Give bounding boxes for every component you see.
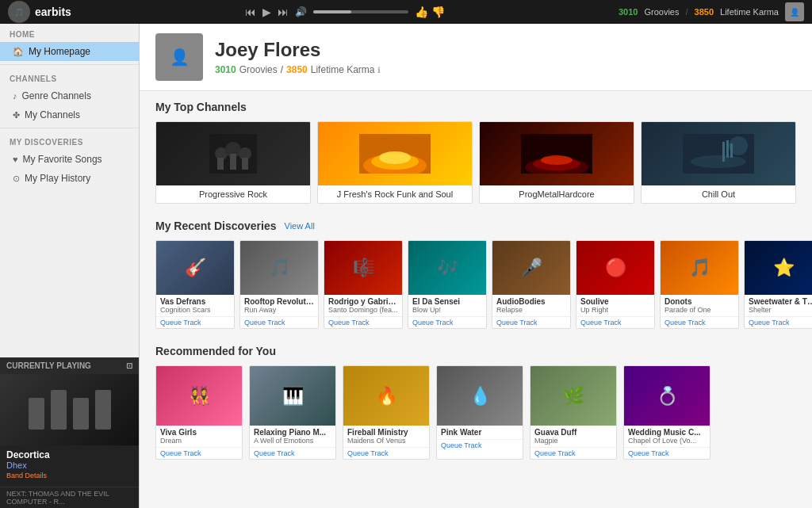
main-layout: HOME 🏠 My Homepage CHANNELS ♪ Genre Chan… bbox=[0, 24, 812, 508]
rec-queue-3[interactable]: Queue Track bbox=[437, 439, 523, 451]
rec-info-3: Pink Water bbox=[437, 426, 523, 439]
disc-card-6[interactable]: 🎵 Donots Parade of One Queue Track bbox=[660, 240, 739, 329]
rec-song-2: Maidens Of Venus bbox=[347, 437, 425, 445]
rec-queue-1[interactable]: Queue Track bbox=[250, 447, 335, 459]
discoveries-title: My Recent Discoveries View All bbox=[155, 220, 796, 232]
svg-rect-19 bbox=[726, 140, 729, 158]
next-button[interactable]: ⏭ bbox=[278, 6, 289, 18]
disc-image-0: 🎸 bbox=[156, 241, 234, 295]
disc-artist-0: Vas Defrans bbox=[160, 297, 230, 306]
currently-playing-panel: CURRENTLY PLAYING ⊡ Decortica Dhex Band … bbox=[0, 357, 139, 508]
view-all-link[interactable]: View All bbox=[285, 221, 315, 231]
sidebar-item-homepage[interactable]: 🏠 My Homepage bbox=[0, 42, 139, 61]
channel-card-2[interactable]: ProgMetalHardcore bbox=[479, 121, 634, 204]
progress-bar[interactable] bbox=[313, 10, 408, 13]
player-controls: ⏮ ▶ ⏭ 🔊 👍 👎 bbox=[245, 6, 445, 18]
rec-queue-5[interactable]: Queue Track bbox=[624, 447, 710, 459]
profile-groovies-label: Groovies bbox=[239, 64, 278, 75]
disc-queue-4[interactable]: Queue Track bbox=[492, 316, 570, 328]
disc-queue-6[interactable]: Queue Track bbox=[661, 316, 738, 328]
sidebar-item-homepage-label: My Homepage bbox=[29, 46, 90, 57]
cp-band-name[interactable]: Dhex bbox=[6, 460, 132, 470]
channel-image-3 bbox=[642, 122, 795, 185]
play-button[interactable]: ▶ bbox=[262, 6, 271, 18]
disc-song-7: Shelter bbox=[749, 306, 812, 314]
disc-song-1: Run Away bbox=[244, 306, 314, 314]
person-4 bbox=[95, 390, 111, 430]
disc-queue-2[interactable]: Queue Track bbox=[324, 316, 402, 328]
rec-song-5: Chapel Of Love (Vo... bbox=[628, 437, 706, 445]
rec-queue-2[interactable]: Queue Track bbox=[343, 447, 429, 459]
sidebar-item-genre-channels-label: Genre Channels bbox=[22, 90, 91, 101]
thumbs-up-button[interactable]: 👍 bbox=[415, 6, 428, 18]
rating-controls: 👍 👎 bbox=[415, 6, 445, 18]
band-details-link[interactable]: Band Details bbox=[6, 472, 132, 479]
rec-card-2[interactable]: 🔥 Fireball Ministry Maidens Of Venus Que… bbox=[343, 365, 430, 460]
cp-minimize-icon[interactable]: ⊡ bbox=[126, 361, 132, 370]
channel-card-1[interactable]: J Fresh's Rock Funk and Soul bbox=[317, 121, 473, 204]
rec-image-1: 🎹 bbox=[250, 366, 335, 426]
thumbs-down-button[interactable]: 👎 bbox=[431, 6, 445, 18]
person-2 bbox=[51, 390, 67, 430]
disc-queue-1[interactable]: Queue Track bbox=[240, 316, 318, 328]
channel-card-0[interactable]: Progressive Rock bbox=[155, 121, 311, 204]
disc-info-3: El Da Sensei Blow Up! bbox=[408, 295, 486, 316]
channel-image-2 bbox=[480, 122, 634, 185]
rec-artist-5: Wedding Music C... bbox=[628, 428, 706, 437]
person-1 bbox=[29, 398, 44, 430]
disc-info-1: Rooftop Revoluti... Run Away bbox=[240, 295, 318, 316]
profile-details: Joey Flores 3010 Groovies / 3850 Lifetim… bbox=[215, 39, 381, 75]
profile-karma-label: Lifetime Karma bbox=[311, 64, 375, 75]
disc-card-7[interactable]: ⭐ Sweetwater & Th... Shelter Queue Track bbox=[744, 240, 812, 329]
channel-card-3[interactable]: Chill Out bbox=[641, 121, 796, 204]
disc-queue-3[interactable]: Queue Track bbox=[408, 316, 486, 328]
recommended-title-text: Recommended for You bbox=[155, 345, 276, 357]
disc-card-4[interactable]: 🎤 AudioBodies Relapse Queue Track bbox=[492, 240, 571, 329]
rec-card-4[interactable]: 🌿 Guava Duff Magpie Queue Track bbox=[530, 365, 617, 460]
disc-image-4: 🎤 bbox=[492, 241, 570, 295]
disc-card-1[interactable]: 🎵 Rooftop Revoluti... Run Away Queue Tra… bbox=[239, 240, 319, 329]
rec-image-2: 🔥 bbox=[343, 366, 429, 426]
discoveries-grid: 🎸 Vas Defrans Cognition Scars Queue Trac… bbox=[155, 240, 796, 329]
rec-card-5[interactable]: 💍 Wedding Music C... Chapel Of Love (Vo.… bbox=[623, 365, 710, 460]
prev-button[interactable]: ⏮ bbox=[245, 6, 256, 18]
rec-image-3: 💧 bbox=[437, 366, 523, 426]
profile-karma-count: 3850 bbox=[286, 64, 308, 75]
svg-point-14 bbox=[541, 155, 573, 165]
disc-queue-0[interactable]: Queue Track bbox=[156, 316, 234, 328]
rec-card-0[interactable]: 👯 Viva Girls Dream Queue Track bbox=[155, 365, 243, 460]
rec-info-1: Relaxing Piano M... A Well of Emotions bbox=[250, 426, 335, 447]
channel-image-1 bbox=[318, 122, 472, 185]
disc-queue-7[interactable]: Queue Track bbox=[745, 316, 812, 328]
recommended-grid: 👯 Viva Girls Dream Queue Track 🎹 Relaxin… bbox=[155, 365, 796, 460]
disc-card-0[interactable]: 🎸 Vas Defrans Cognition Scars Queue Trac… bbox=[155, 240, 235, 329]
karma-label: Lifetime Karma bbox=[720, 7, 779, 17]
user-avatar[interactable]: 👤 bbox=[785, 2, 804, 21]
sidebar-item-my-channels[interactable]: ✤ My Channels bbox=[0, 105, 139, 124]
rec-card-3[interactable]: 💧 Pink Water Queue Track bbox=[436, 365, 523, 460]
currently-playing-image bbox=[0, 374, 139, 445]
svg-rect-18 bbox=[722, 142, 725, 162]
rec-card-1[interactable]: 🎹 Relaxing Piano M... A Well of Emotions… bbox=[249, 365, 336, 460]
rec-artist-1: Relaxing Piano M... bbox=[254, 428, 331, 437]
svg-rect-4 bbox=[217, 158, 224, 170]
channel-image-0 bbox=[156, 122, 310, 185]
disc-card-2[interactable]: 🎼 Rodrigo y Gabriela Santo Domingo (fea.… bbox=[324, 240, 403, 329]
rec-queue-4[interactable]: Queue Track bbox=[530, 447, 616, 459]
disc-queue-5[interactable]: Queue Track bbox=[576, 316, 654, 328]
disc-image-7: ⭐ bbox=[745, 241, 812, 295]
svg-rect-5 bbox=[230, 154, 236, 170]
disc-song-4: Relapse bbox=[496, 306, 566, 314]
disc-image-2: 🎼 bbox=[324, 241, 402, 295]
sidebar-item-play-history[interactable]: ⊙ My Play History bbox=[0, 169, 139, 188]
app-name: earbits bbox=[35, 6, 71, 18]
sidebar-item-genre-channels[interactable]: ♪ Genre Channels bbox=[0, 86, 139, 105]
rec-image-0: 👯 bbox=[156, 366, 242, 426]
rec-queue-0[interactable]: Queue Track bbox=[156, 447, 242, 459]
sidebar-item-favorite-songs[interactable]: ♥ My Favorite Songs bbox=[0, 150, 139, 169]
disc-song-0: Cognition Scars bbox=[160, 306, 230, 314]
disc-card-3[interactable]: 🎶 El Da Sensei Blow Up! Queue Track bbox=[408, 240, 487, 329]
disc-card-5[interactable]: 🔴 Soulive Up Right Queue Track bbox=[576, 240, 655, 329]
rec-info-2: Fireball Ministry Maidens Of Venus bbox=[343, 426, 429, 447]
disc-song-3: Blow Up! bbox=[412, 306, 482, 314]
